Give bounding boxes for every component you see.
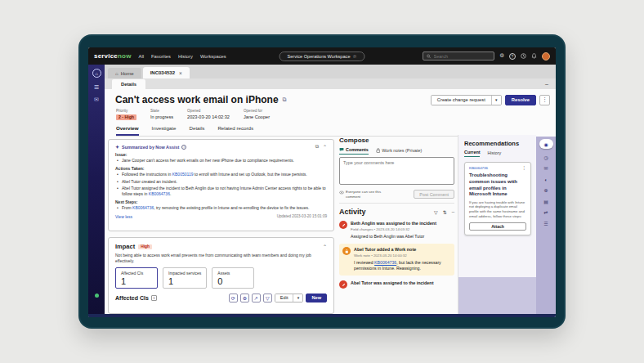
card-more-icon[interactable]: ⋮ [522,166,527,171]
rail-contrast-icon[interactable]: ◐ [544,177,548,182]
user-avatar[interactable] [542,52,550,60]
rail-knowledge-icon[interactable]: ▤ [543,199,548,204]
workspace-switcher[interactable]: Service Operations Workspace ☆ [279,52,364,61]
attach-button[interactable]: Attach [469,222,526,231]
create-change-caret-icon[interactable]: ▾ [491,96,501,105]
activity-collapse-icon[interactable]: – [452,209,454,214]
panel-background [458,277,536,314]
pin-icon: ◉ [543,141,548,147]
close-tab-icon[interactable]: × [179,70,182,76]
stat-affected-cis[interactable]: Affected CIs 1 [115,267,158,289]
rail-mail-icon[interactable]: ✉ [543,166,548,171]
nav-workspaces[interactable]: Workspaces [200,54,226,59]
global-search[interactable] [423,52,494,60]
comment-input[interactable] [339,157,454,185]
filter-icon-button[interactable]: ▽ [263,294,272,302]
tab-home[interactable]: ⌂ Home [108,68,141,78]
help-icon[interactable]: ? [509,53,516,60]
nav-history[interactable]: History [178,54,193,59]
stat-value: 0 [217,276,248,286]
tab-details[interactable]: Details [189,125,204,136]
kb-link[interactable]: KB0064736 [132,205,154,210]
stat-assets[interactable]: Assets 0 [212,267,254,289]
kb-link[interactable]: KB0064736 [149,191,170,196]
create-change-request-button[interactable]: Create change request [432,96,491,105]
activity-item-title: Abel Tutor was assigned to the incident [351,280,433,286]
tab-work-notes[interactable]: Work notes (Private) [376,148,423,155]
summary-actions-label: Actions Taken: [115,166,327,171]
refresh-icon-button[interactable]: ⟳ [229,294,238,302]
top-navigation-bar: servicenow All Favorites History Workspa… [88,47,556,65]
field-opened: Opened 2023-03-20 14:02:32 [187,109,230,120]
info-icon[interactable]: i [181,145,186,150]
settings-gear-icon[interactable]: ⚙ [499,53,504,59]
notifications-bell-icon[interactable] [531,53,537,59]
activity-item-title: Beth Anglin was assigned to the incident [351,221,436,226]
collapse-summary-chevron-icon[interactable]: ⌃ [323,144,327,150]
rail-share-icon[interactable]: ⇄ [543,210,548,215]
nav-favorites[interactable]: Favorites [151,54,171,59]
opened-for-link[interactable]: Jane Cooper [244,114,270,119]
summary-footer: View less Updated 2023-03-20 15:01:09 [115,214,327,219]
affected-cis-toolbar: ⟳ ⚙ ↗ ▽ Edit ▾ New [229,294,327,302]
funnel-icon: ▽ [266,295,270,301]
body-text: I reviewed [354,260,374,265]
activity-header: Activity ▽ ⇅ – [339,208,454,216]
rail-recommendations-icon[interactable]: ◉ [539,139,553,149]
tab-comments-label: Comments [346,147,369,152]
tab-overview[interactable]: Overview [116,125,139,136]
kb-body: If you are having trouble with Intune no… [469,200,526,219]
edit-caret-icon[interactable]: ▾ [293,294,302,302]
activity-item-assignment: Abel Tutor was assigned to the incident [339,280,454,289]
kb-recommendation-card[interactable]: KB0064736 ⋮ Troubleshooting common issue… [464,162,531,235]
rail-timer-icon[interactable]: ◷ [543,155,548,160]
field-state: State In progress [150,109,173,120]
copy-title-icon[interactable]: ⧉ [283,96,287,103]
activity-section: Activity ▽ ⇅ – Beth Anglin was assigned … [339,203,454,289]
search-input[interactable] [434,54,491,59]
priority-label: Priority [116,109,136,113]
activity-sort-icon[interactable]: ⇅ [443,209,447,215]
kb-link[interactable]: KB0064736 [374,260,396,265]
tab-investigate[interactable]: Investigate [152,125,177,136]
history-clock-icon[interactable] [521,53,526,59]
edit-button[interactable]: Edit [275,294,293,302]
stat-label: Assets [217,271,248,276]
tab-history-label: History [487,150,501,155]
tab-history[interactable]: History [487,150,501,157]
sidebar-list-icon[interactable]: ☰ [94,84,99,90]
post-comment-button[interactable]: Post Comment [414,190,454,199]
title-row: Can't access work email on iPhone ⧉ Crea… [115,92,550,108]
workspace-name: Service Operations Workspace [287,54,350,59]
copy-summary-icon[interactable]: ⧉ [315,144,319,150]
rail-list-icon[interactable]: ☰ [543,222,548,226]
kb-link[interactable]: KB0050119 [172,172,194,177]
sidebar-home-icon[interactable]: ⌂ [92,69,101,78]
tab-record-inc034532[interactable]: INC034532 × [143,67,190,78]
summary-bullet: Abel Tutor created an incident. [115,179,327,185]
collapse-impact-chevron-icon[interactable]: ⌃ [323,244,327,249]
stat-impacted-services[interactable]: Impacted services 1 [163,267,207,289]
activity-filter-icon[interactable]: ▽ [434,209,438,215]
tab-current[interactable]: Current [464,150,480,157]
kb-title: Troubleshooting common issues with email… [469,173,526,198]
activity-item-assignment: Beth Anglin was assigned to the incident… [339,221,454,231]
more-actions-button[interactable]: ⋮ [539,95,550,105]
nav-all[interactable]: All [139,54,144,59]
expand-icon-button[interactable]: ↗ [252,294,261,302]
view-less-link[interactable]: View less [115,214,132,219]
kb-number-link[interactable]: KB0064736 [469,166,488,170]
sidebar-inbox-icon[interactable]: ✉ [94,96,99,102]
summary-updated-timestamp: Updated 2023-03-20 15:01:09 [277,214,327,218]
settings-icon-button[interactable]: ⚙ [240,294,249,302]
tab-related-records[interactable]: Related records [217,125,253,136]
resolve-button[interactable]: Resolve [505,95,536,105]
collapse-panel-icon[interactable]: – [545,81,548,87]
rail-add-icon[interactable]: ⊕ [543,188,548,193]
subtab-details[interactable]: Details [112,79,145,89]
new-button[interactable]: New [306,294,327,302]
affected-cis-title: Affected CIs [115,295,149,301]
tab-comments[interactable]: Comments [339,147,369,155]
compose-footer: Everyone can see this comment Post Comme… [339,190,454,199]
favorite-star-icon[interactable]: ☆ [352,54,356,59]
